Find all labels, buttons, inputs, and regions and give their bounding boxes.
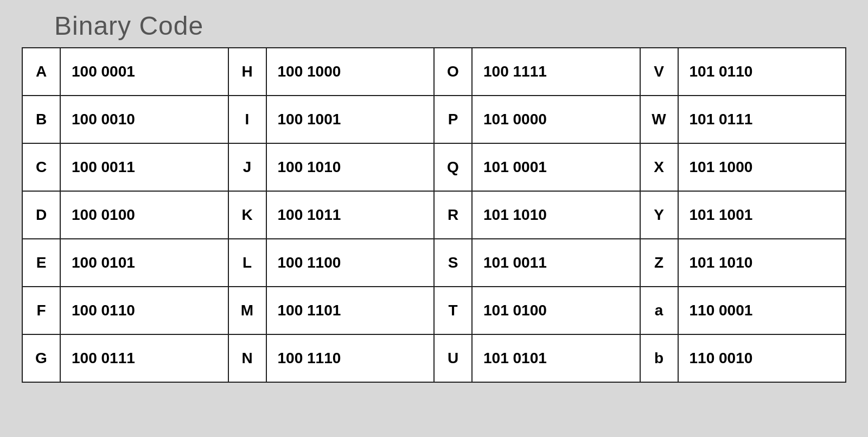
code-cell: 101 0001 (472, 143, 640, 191)
letter-cell: M (228, 287, 266, 334)
code-cell: 101 0101 (472, 334, 640, 382)
letter-cell: R (434, 191, 472, 239)
code-cell: 100 0011 (60, 143, 228, 191)
code-cell: 100 1110 (266, 334, 435, 382)
letter-cell: K (228, 191, 266, 239)
letter-cell: L (228, 239, 266, 287)
code-cell: 100 0110 (60, 287, 228, 334)
code-cell: 101 1010 (678, 239, 846, 287)
code-cell: 101 1000 (678, 143, 846, 191)
code-cell: 101 0011 (472, 239, 640, 287)
code-cell: 100 1100 (266, 239, 435, 287)
letter-cell: B (22, 96, 60, 143)
code-cell: 101 1001 (678, 191, 846, 239)
letter-cell: Z (640, 239, 678, 287)
code-cell: 100 0101 (60, 239, 228, 287)
code-cell: 100 1001 (266, 96, 435, 143)
letter-cell: O (434, 48, 472, 96)
letter-cell: D (22, 191, 60, 239)
letter-cell: U (434, 334, 472, 382)
letter-cell: V (640, 48, 678, 96)
letter-cell: N (228, 334, 266, 382)
letter-cell: S (434, 239, 472, 287)
table-row: A100 0001H100 1000O100 1111V101 0110 (22, 48, 846, 96)
letter-cell: H (228, 48, 266, 96)
code-cell: 100 0100 (60, 191, 228, 239)
letter-cell: b (640, 334, 678, 382)
code-cell: 100 1101 (266, 287, 435, 334)
code-cell: 100 1011 (266, 191, 435, 239)
letter-cell: E (22, 239, 60, 287)
code-cell: 101 0000 (472, 96, 640, 143)
letter-cell: I (228, 96, 266, 143)
letter-cell: P (434, 96, 472, 143)
code-cell: 100 1111 (472, 48, 640, 96)
letter-cell: F (22, 287, 60, 334)
table-row: E100 0101L100 1100S101 0011Z101 1010 (22, 239, 846, 287)
code-cell: 110 0010 (678, 334, 846, 382)
main-container: Binary Code A100 0001H100 1000O100 1111V… (22, 11, 846, 383)
letter-cell: Y (640, 191, 678, 239)
letter-cell: Q (434, 143, 472, 191)
letter-cell: C (22, 143, 60, 191)
binary-code-table: A100 0001H100 1000O100 1111V101 0110B100… (22, 47, 846, 383)
table-row: F100 0110M100 1101T101 0100a110 0001 (22, 287, 846, 334)
table-row: G100 0111N100 1110U101 0101b110 0010 (22, 334, 846, 382)
table-row: D100 0100K100 1011R101 1010Y101 1001 (22, 191, 846, 239)
code-cell: 100 0111 (60, 334, 228, 382)
code-cell: 101 1010 (472, 191, 640, 239)
letter-cell: G (22, 334, 60, 382)
code-cell: 100 0010 (60, 96, 228, 143)
code-cell: 100 1010 (266, 143, 435, 191)
letter-cell: a (640, 287, 678, 334)
letter-cell: A (22, 48, 60, 96)
code-cell: 101 0110 (678, 48, 846, 96)
code-cell: 100 0001 (60, 48, 228, 96)
page-title: Binary Code (22, 11, 846, 41)
letter-cell: T (434, 287, 472, 334)
letter-cell: X (640, 143, 678, 191)
code-cell: 101 0111 (678, 96, 846, 143)
letter-cell: W (640, 96, 678, 143)
table-row: B100 0010I100 1001P101 0000W101 0111 (22, 96, 846, 143)
letter-cell: J (228, 143, 266, 191)
code-cell: 101 0100 (472, 287, 640, 334)
code-cell: 100 1000 (266, 48, 435, 96)
code-cell: 110 0001 (678, 287, 846, 334)
table-row: C100 0011J100 1010Q101 0001X101 1000 (22, 143, 846, 191)
